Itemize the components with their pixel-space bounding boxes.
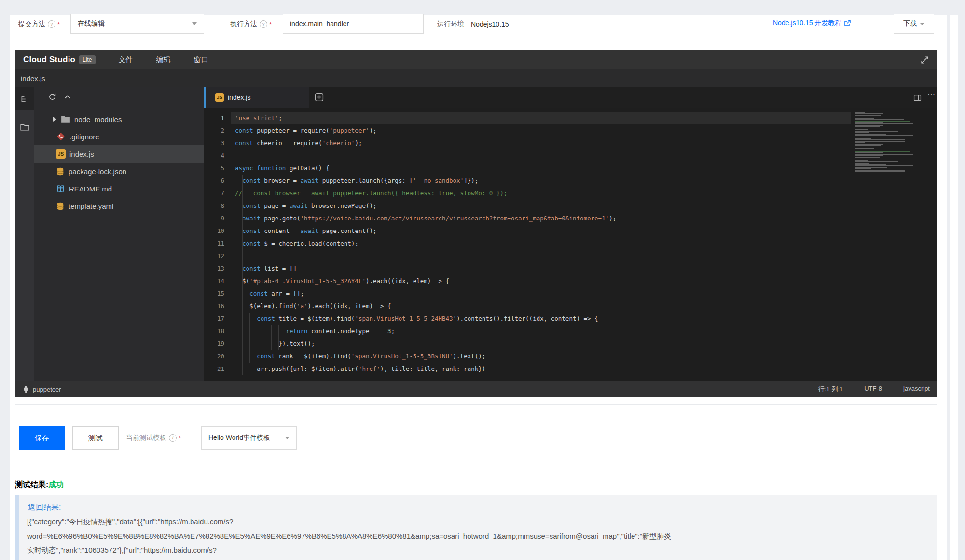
status-bar: puppeteer 行:1 列:1UTF-8javascript <box>15 381 937 397</box>
save-button[interactable]: 保存 <box>19 426 65 450</box>
submit-method-select[interactable]: 在线编辑 <box>70 14 204 34</box>
refresh-button[interactable] <box>48 93 56 101</box>
required-mark: * <box>179 435 181 442</box>
code-line-21[interactable]: arr.push({url: $(item).attr('href'), tit… <box>235 363 485 375</box>
code-line-8[interactable]: const page = await browser.newPage(); <box>235 200 377 212</box>
line-number: 3 <box>204 137 224 150</box>
git-icon <box>56 132 66 141</box>
test-button-label: 测试 <box>88 434 103 443</box>
code-line-16[interactable]: $(elem).find('a').each((idx, item) => { <box>235 300 391 313</box>
tutorial-link[interactable]: Node.js10.15 开发教程 <box>773 19 851 27</box>
menu-item-2[interactable]: 窗口 <box>194 55 208 65</box>
add-tab-button[interactable] <box>315 93 324 102</box>
code-line-15[interactable]: const arr = []; <box>235 287 304 300</box>
runtime-value: Nodejs10.15 <box>471 19 509 29</box>
code-line-19[interactable]: }).text(); <box>235 338 315 350</box>
ide-menubar: 文件编辑窗口 <box>96 55 208 65</box>
ide-brand: Cloud Studio <box>23 55 75 65</box>
runtime-value-text: Nodejs10.15 <box>471 20 509 28</box>
chevron-down-icon <box>192 22 197 25</box>
code-line-6[interactable]: const browser = await puppeteer.launch({… <box>235 175 478 187</box>
status-encoding[interactable]: UTF-8 <box>864 385 882 394</box>
book-icon <box>56 185 65 193</box>
file-item-template-yaml[interactable]: template.yaml <box>34 197 204 215</box>
line-number: 9 <box>204 212 224 225</box>
line-number: 10 <box>204 225 224 237</box>
folder-activity-button[interactable] <box>20 123 29 131</box>
save-button-label: 保存 <box>35 434 49 443</box>
line-number: 13 <box>204 262 224 275</box>
template-label: 当前测试模板 * <box>126 433 181 443</box>
required-mark: * <box>269 21 272 28</box>
code-line-18[interactable]: return content.nodeType === 3; <box>235 325 395 338</box>
code-line-5[interactable]: async function getData() { <box>235 162 330 175</box>
fullscreen-button[interactable] <box>921 56 929 64</box>
collapse-all-button[interactable] <box>64 94 71 100</box>
file-item-label: node_modules <box>74 115 122 123</box>
template-select[interactable]: Hello World事件模板 <box>201 426 297 450</box>
breadcrumb-bar: index.js <box>15 69 937 87</box>
chevron-down-icon <box>285 437 290 439</box>
result-line-2: word=%E6%96%B0%E5%9E%8B%E8%82%BA%E7%82%8… <box>27 529 965 544</box>
test-result-label: 测试结果: <box>15 480 48 489</box>
help-icon[interactable] <box>48 20 55 28</box>
code-line-13[interactable]: const list = [] <box>235 262 297 275</box>
ide-body: node_modules.gitignoreJSindex.jspackage-… <box>15 87 937 381</box>
line-number: 11 <box>204 237 224 250</box>
minimap[interactable] <box>855 112 913 173</box>
code-line-10[interactable]: const content = await page.content(); <box>235 225 377 237</box>
file-explorer: node_modules.gitignoreJSindex.jspackage-… <box>34 87 204 381</box>
test-button[interactable]: 测试 <box>72 426 119 450</box>
file-item-index-js[interactable]: JSindex.js <box>34 145 204 163</box>
tab-index-js[interactable]: JS index.js <box>204 87 309 108</box>
chevron-up-icon <box>64 94 71 100</box>
result-line-1: [{"category":"今日疫情热搜","data":[{"url":"ht… <box>27 515 965 529</box>
help-icon[interactable] <box>260 20 267 28</box>
download-button[interactable]: 下载 <box>894 14 934 34</box>
code-editor[interactable]: 1'use strict';2const puppeteer = require… <box>204 108 937 381</box>
code-line-7[interactable]: // const browser = await puppeteer.launc… <box>235 187 507 200</box>
line-number: 12 <box>204 250 224 262</box>
menu-item-1[interactable]: 编辑 <box>156 55 171 65</box>
menu-item-0[interactable]: 文件 <box>119 55 133 65</box>
folder-icon <box>61 115 70 123</box>
download-label: 下载 <box>903 19 917 28</box>
file-item-label: package-lock.json <box>69 167 126 176</box>
info-icon[interactable] <box>169 434 177 442</box>
expand-arrow-icon[interactable] <box>53 117 56 122</box>
exec-method-label-text: 执行方法 <box>230 20 257 28</box>
file-item-label: index.js <box>69 150 94 158</box>
line-number: 1 <box>204 112 224 124</box>
code-line-14[interactable]: $('#ptab-0 .VirusHot_1-5-5_32AY4F').each… <box>235 275 449 287</box>
template-value: Hello World事件模板 <box>208 434 270 442</box>
status-cursor-position[interactable]: 行:1 列:1 <box>818 385 843 394</box>
file-item-README-md[interactable]: README.md <box>34 180 204 197</box>
code-line-3[interactable]: const cheerio = require('cheerio'); <box>235 137 362 150</box>
code-line-9[interactable]: await page.goto('https://voice.baidu.com… <box>235 212 616 225</box>
line-number: 18 <box>204 325 224 338</box>
split-editor-button[interactable] <box>913 94 922 102</box>
file-item-package-lock-json[interactable]: package-lock.json <box>34 163 204 180</box>
exec-method-label: 执行方法 * <box>230 19 272 29</box>
code-line-11[interactable]: const $ = cheerio.load(content); <box>235 237 358 250</box>
folder-icon <box>20 123 29 131</box>
page: 提交方法 * 在线编辑 执行方法 * index.main_handler 运行… <box>0 0 965 560</box>
chevron-down-icon <box>920 23 924 25</box>
external-link-icon <box>844 20 851 27</box>
exec-method-input[interactable]: index.main_handler <box>283 14 424 34</box>
page-scrollbar[interactable] <box>950 15 958 560</box>
code-line-1[interactable]: 'use strict'; <box>235 112 282 124</box>
line-number: 7 <box>204 187 224 200</box>
status-language-mode[interactable]: javascript <box>903 385 930 394</box>
status-extension[interactable]: puppeteer <box>23 386 61 393</box>
code-line-20[interactable]: const rank = $(item).find('span.VirusHot… <box>235 350 485 363</box>
code-line-2[interactable]: const puppeteer = require('puppeteer'); <box>235 124 377 137</box>
activity-bar <box>15 87 34 381</box>
more-actions-button[interactable]: ⋯ <box>927 89 936 98</box>
code-line-17[interactable]: const title = $(item).find('span.VirusHo… <box>235 313 598 325</box>
indent-guide <box>278 325 279 350</box>
file-item--gitignore[interactable]: .gitignore <box>34 128 204 145</box>
explorer-activity-button[interactable] <box>15 87 34 110</box>
file-item-node-modules[interactable]: node_modules <box>34 110 204 128</box>
return-result-body: [{"category":"今日疫情热搜","data":[{"url":"ht… <box>27 515 965 560</box>
